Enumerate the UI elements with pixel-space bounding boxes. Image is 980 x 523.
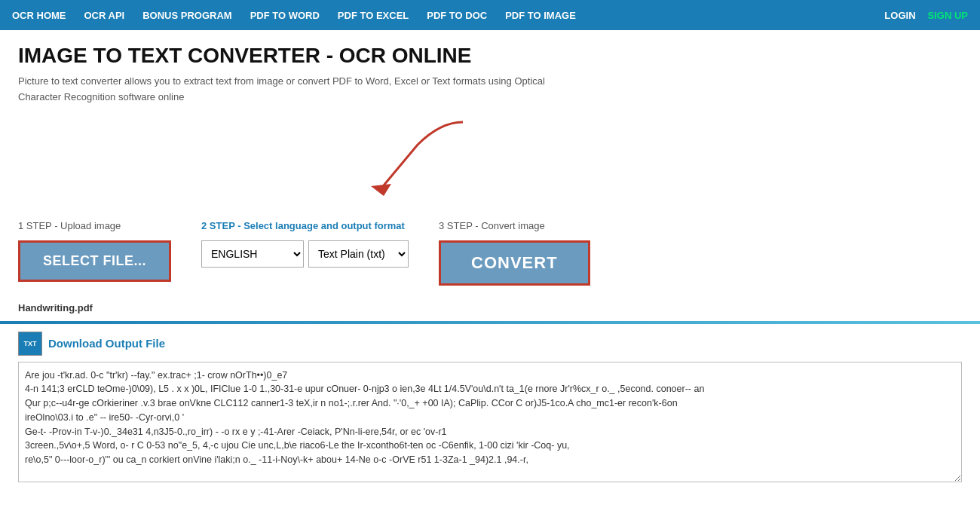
nav-links: OCR HOME OCR API BONUS PROGRAM PDF TO WO… [12, 10, 884, 21]
txt-icon: TXT [18, 332, 42, 356]
language-select[interactable]: ENGLISH FRENCH GERMAN SPANISH ITALIAN PO… [201, 240, 304, 268]
section-divider [0, 321, 980, 324]
navbar: OCR HOME OCR API BONUS PROGRAM PDF TO WO… [0, 0, 980, 30]
nav-ocr-api[interactable]: OCR API [84, 10, 125, 21]
nav-bonus-program[interactable]: BONUS PROGRAM [142, 10, 231, 21]
step-2: 2 STEP - Select language and output form… [201, 220, 409, 268]
output-section: TXT Download Output File [0, 332, 980, 497]
step-3: 3 STEP - Convert image CONVERT [439, 220, 590, 286]
page-title: IMAGE TO TEXT CONVERTER - OCR ONLINE [18, 44, 962, 68]
nav-pdf-to-image[interactable]: PDF TO IMAGE [505, 10, 576, 21]
page-subtitle: Picture to text converter allows you to … [18, 74, 546, 106]
select-file-button[interactable]: SELECT FILE... [18, 240, 171, 282]
download-output-link[interactable]: Download Output File [48, 337, 165, 350]
arrow-icon [289, 115, 485, 213]
arrow-area [18, 115, 962, 220]
output-header: TXT Download Output File [18, 332, 962, 356]
step-1: 1 STEP - Upload image SELECT FILE... [18, 220, 171, 282]
step3-label: 3 STEP - Convert image [439, 220, 590, 231]
main-content: IMAGE TO TEXT CONVERTER - OCR ONLINE Pic… [0, 30, 980, 313]
step1-label: 1 STEP - Upload image [18, 220, 171, 231]
svg-marker-0 [371, 184, 391, 196]
login-link[interactable]: LOGIN [884, 10, 915, 21]
steps-row: 1 STEP - Upload image SELECT FILE... 2 S… [18, 220, 962, 298]
nav-ocr-home[interactable]: OCR HOME [12, 10, 66, 21]
dropdowns-container: ENGLISH FRENCH GERMAN SPANISH ITALIAN PO… [201, 240, 409, 268]
nav-pdf-to-doc[interactable]: PDF TO DOC [427, 10, 487, 21]
nav-pdf-to-word[interactable]: PDF TO WORD [250, 10, 320, 21]
format-select[interactable]: Text Plain (txt) Microsoft Word Microsof… [308, 240, 409, 268]
signup-link[interactable]: SIGN UP [928, 10, 968, 21]
convert-button[interactable]: CONVERT [439, 240, 590, 286]
step2-label: 2 STEP - Select language and output form… [201, 220, 409, 231]
nav-right: LOGIN SIGN UP [884, 10, 968, 21]
nav-pdf-to-excel[interactable]: PDF TO EXCEL [338, 10, 409, 21]
filename-label: Handwriting.pdf [18, 302, 962, 313]
output-textarea[interactable] [18, 362, 962, 482]
